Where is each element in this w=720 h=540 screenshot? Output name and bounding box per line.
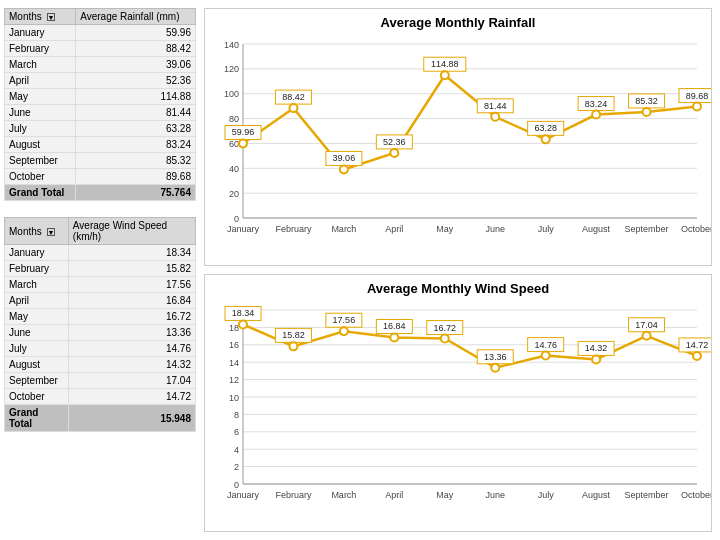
- svg-text:40: 40: [229, 164, 239, 174]
- svg-text:2: 2: [234, 462, 239, 472]
- svg-text:July: July: [538, 490, 555, 500]
- wind-col1-header[interactable]: Months ▼: [5, 218, 69, 245]
- rainfall-months-label: Months: [9, 11, 42, 22]
- svg-text:60: 60: [229, 139, 239, 149]
- table-row: September85.32: [5, 153, 196, 169]
- value-cell: 17.56: [68, 277, 195, 293]
- svg-point-33: [289, 104, 297, 112]
- rainfall-col1-header[interactable]: Months ▼: [5, 9, 76, 25]
- month-cell: August: [5, 357, 69, 373]
- rainfall-filter-icon[interactable]: ▼: [47, 13, 55, 21]
- grand-total-value: 75.764: [76, 185, 196, 201]
- month-cell: February: [5, 41, 76, 57]
- value-cell: 88.42: [76, 41, 196, 57]
- month-cell: August: [5, 137, 76, 153]
- month-cell: May: [5, 309, 69, 325]
- wind-filter-icon[interactable]: ▼: [47, 228, 55, 236]
- table-row: February88.42: [5, 41, 196, 57]
- value-cell: 114.88: [76, 89, 196, 105]
- rainfall-table: Months ▼ Average Rainfall (mm) January59…: [4, 8, 196, 201]
- table-row: October14.72: [5, 389, 196, 405]
- svg-text:14.76: 14.76: [534, 340, 557, 350]
- svg-text:May: May: [436, 224, 454, 234]
- svg-text:February: February: [275, 224, 312, 234]
- table-row: June81.44: [5, 105, 196, 121]
- svg-point-121: [693, 352, 701, 360]
- table-row: August83.24: [5, 137, 196, 153]
- svg-text:80: 80: [229, 114, 239, 124]
- svg-text:8: 8: [234, 410, 239, 420]
- table-row: May16.72: [5, 309, 196, 325]
- svg-text:14.32: 14.32: [585, 343, 608, 353]
- value-cell: 16.84: [68, 293, 195, 309]
- month-cell: April: [5, 73, 76, 89]
- svg-text:16.84: 16.84: [383, 321, 406, 331]
- value-cell: 13.36: [68, 325, 195, 341]
- svg-text:17.04: 17.04: [635, 320, 658, 330]
- month-cell: September: [5, 373, 69, 389]
- value-cell: 16.72: [68, 309, 195, 325]
- svg-point-39: [390, 149, 398, 157]
- value-cell: 18.34: [68, 245, 195, 261]
- table-row: March17.56: [5, 277, 196, 293]
- table-row: June13.36: [5, 325, 196, 341]
- wind-months-label: Months: [9, 226, 42, 237]
- svg-text:16: 16: [229, 340, 239, 350]
- svg-point-30: [239, 139, 247, 147]
- svg-text:April: April: [385, 490, 403, 500]
- value-cell: 52.36: [76, 73, 196, 89]
- svg-point-112: [542, 352, 550, 360]
- svg-text:140: 140: [224, 40, 239, 50]
- svg-text:13.36: 13.36: [484, 352, 507, 362]
- svg-point-115: [592, 355, 600, 363]
- svg-text:April: April: [385, 224, 403, 234]
- wind-chart-container: Average Monthly Wind Speed 0246810121416…: [204, 274, 712, 532]
- table-row: May114.88: [5, 89, 196, 105]
- svg-text:4: 4: [234, 445, 239, 455]
- value-cell: 81.44: [76, 105, 196, 121]
- value-cell: 17.04: [68, 373, 195, 389]
- svg-text:63.28: 63.28: [534, 123, 557, 133]
- svg-text:16.72: 16.72: [434, 323, 457, 333]
- svg-text:20: 20: [229, 189, 239, 199]
- svg-text:52.36: 52.36: [383, 137, 406, 147]
- value-cell: 85.32: [76, 153, 196, 169]
- svg-text:120: 120: [224, 64, 239, 74]
- svg-text:June: June: [485, 224, 505, 234]
- table-row: February15.82: [5, 261, 196, 277]
- value-cell: 63.28: [76, 121, 196, 137]
- svg-point-42: [441, 71, 449, 79]
- svg-text:0: 0: [234, 214, 239, 224]
- svg-point-118: [643, 332, 651, 340]
- grand-total-row: Grand Total75.764: [5, 185, 196, 201]
- svg-text:14: 14: [229, 358, 239, 368]
- svg-text:89.68: 89.68: [686, 91, 709, 101]
- svg-text:18: 18: [229, 323, 239, 333]
- svg-text:August: August: [582, 490, 611, 500]
- svg-text:March: March: [331, 490, 356, 500]
- svg-text:85.32: 85.32: [635, 96, 658, 106]
- svg-text:August: August: [582, 224, 611, 234]
- svg-text:September: September: [625, 490, 669, 500]
- table-row: April16.84: [5, 293, 196, 309]
- svg-text:18.34: 18.34: [232, 308, 255, 318]
- month-cell: July: [5, 121, 76, 137]
- value-cell: 15.82: [68, 261, 195, 277]
- left-panel: Months ▼ Average Rainfall (mm) January59…: [0, 0, 200, 540]
- svg-text:81.44: 81.44: [484, 101, 507, 111]
- svg-point-109: [491, 364, 499, 372]
- month-cell: February: [5, 261, 69, 277]
- month-cell: April: [5, 293, 69, 309]
- svg-point-54: [643, 108, 651, 116]
- svg-text:June: June: [485, 490, 505, 500]
- value-cell: 14.76: [68, 341, 195, 357]
- svg-text:January: January: [227, 224, 260, 234]
- value-cell: 59.96: [76, 25, 196, 41]
- month-cell: October: [5, 389, 69, 405]
- svg-point-97: [289, 342, 297, 350]
- grand-total-row: Grand Total15.948: [5, 405, 196, 432]
- month-cell: January: [5, 245, 69, 261]
- svg-text:59.96: 59.96: [232, 127, 255, 137]
- svg-point-57: [693, 103, 701, 111]
- month-cell: January: [5, 25, 76, 41]
